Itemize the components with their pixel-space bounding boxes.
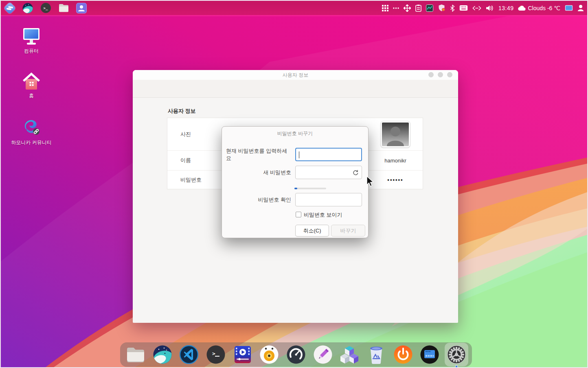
desktop-icon-label: 컴퓨터 [24, 48, 39, 54]
power-icon [394, 345, 412, 364]
minimize-button[interactable] [428, 72, 434, 77]
dock-item-power[interactable] [393, 344, 413, 365]
dialog-title: 비밀번호 바꾸기 [222, 130, 368, 137]
weather-applet[interactable]: Clouds -6 ℃ [518, 5, 560, 11]
display-settings-icon [420, 345, 439, 364]
desktop-icon-computer[interactable]: 컴퓨터 [9, 27, 54, 54]
current-password-input[interactable] [295, 148, 362, 161]
avatar-silhouette [382, 123, 409, 146]
display-icon[interactable] [565, 5, 573, 11]
weather-text: Clouds -6 ℃ [528, 5, 560, 11]
confirm-password-input[interactable] [295, 193, 362, 206]
dock-item-file-manager[interactable] [125, 344, 146, 365]
app-grid-icon[interactable] [382, 5, 388, 11]
overflow-icon[interactable] [393, 5, 399, 11]
whale-glyph [22, 3, 33, 13]
dock-item-package-manager[interactable] [339, 344, 360, 365]
password-strength-fill [294, 188, 297, 189]
packages-cubes-icon [340, 346, 359, 364]
desktop-icon-column: 컴퓨터 홈 [9, 27, 54, 163]
change-button[interactable]: 바꾸기 [331, 225, 365, 237]
password-strength-bar [294, 188, 326, 189]
new-password-label: 새 비밀번호 [226, 166, 291, 180]
terminal-icon: > [206, 345, 225, 364]
video-player-icon [234, 346, 251, 364]
whale-browser-icon [153, 345, 172, 364]
dock-item-system-monitor[interactable] [286, 344, 306, 365]
hamonikr-menu-icon[interactable] [4, 2, 15, 14]
system-tray: 13:49 Clouds -6 ℃ [382, 4, 584, 12]
dock-item-trash[interactable] [366, 344, 386, 365]
cloud-icon [518, 5, 526, 11]
dock-item-text-editor[interactable] [313, 344, 333, 365]
photo-row-value [359, 121, 432, 148]
bluetooth-icon[interactable] [450, 4, 455, 12]
clock[interactable]: 13:49 [498, 5, 514, 11]
panel-app-launchers: >_ [4, 1, 87, 15]
chart-applet-icon[interactable] [426, 4, 433, 12]
window-title: 사용자 정보 [283, 72, 308, 79]
shield-update-icon[interactable] [438, 4, 445, 12]
folder-icon [126, 347, 145, 362]
window-titlebar[interactable]: 사용자 정보 [133, 70, 458, 80]
show-password-checkbox[interactable] [296, 212, 301, 217]
settings-gear-icon [447, 345, 466, 364]
whale-browser-icon[interactable] [22, 2, 33, 14]
password-dots-value[interactable]: •••••• [387, 177, 403, 183]
text-editor-icon [314, 345, 332, 364]
text-caret [299, 151, 299, 158]
system-monitor-icon [287, 345, 305, 364]
file-manager-icon[interactable] [58, 2, 69, 14]
dock-item-video-player[interactable] [233, 344, 253, 365]
maximize-button[interactable] [438, 72, 443, 77]
audacious-icon [260, 345, 279, 364]
name-row-label: 이름 [167, 157, 191, 164]
dock-item-system-settings[interactable] [446, 344, 467, 365]
desktop-icon-label: 하모니카 커뮤니티 [11, 140, 51, 145]
new-password-input[interactable] [295, 166, 362, 179]
keyboard-icon[interactable] [459, 5, 468, 11]
generate-password-icon[interactable] [352, 169, 359, 177]
hamonikr-logo [3, 2, 16, 14]
top-panel: >_ [1, 1, 587, 15]
running-indicator [455, 365, 458, 368]
dock-item-whale-browser[interactable] [152, 344, 173, 365]
user-icon[interactable] [577, 4, 584, 11]
computer-icon [21, 27, 42, 46]
dock: > [120, 342, 472, 367]
photo-row-label: 사진 [167, 131, 191, 138]
password-row-label: 비밀번호 [167, 176, 202, 184]
home-icon [22, 72, 41, 90]
folder-glyph [59, 4, 69, 12]
move-window-icon[interactable] [404, 4, 411, 12]
desktop-icon-label: 홈 [29, 93, 34, 99]
hamonikr-community-icon [21, 117, 42, 137]
dock-item-vscode[interactable] [179, 344, 199, 365]
close-button[interactable] [447, 72, 452, 77]
volume-icon[interactable] [486, 5, 494, 11]
cancel-button[interactable]: 취소(C) [295, 225, 329, 237]
name-row-value-col: hamonikr [359, 158, 432, 164]
dock-item-terminal[interactable]: > [206, 344, 226, 365]
user-name-value[interactable]: hamonikr [384, 158, 406, 164]
dock-item-display-settings[interactable] [419, 344, 440, 365]
terminal-icon[interactable]: >_ [40, 2, 51, 14]
trash-icon [368, 345, 384, 364]
dock-item-audacious-player[interactable] [259, 344, 279, 365]
window-header-strip [133, 80, 458, 98]
user-accounts-glyph [76, 3, 87, 13]
avatar[interactable] [380, 121, 410, 148]
change-password-dialog: 비밀번호 바꾸기 현재 비밀번호를 입력하세요 새 비밀번호 비밀번호 확인 비… [222, 126, 369, 238]
network-icon[interactable] [472, 6, 481, 11]
user-accounts-icon[interactable] [76, 2, 87, 14]
terminal-glyph: >_ [41, 3, 51, 13]
desktop-icon-home[interactable]: 홈 [9, 72, 54, 99]
vscode-icon [180, 345, 198, 364]
show-password-label[interactable]: 비밀번호 보이기 [304, 211, 342, 219]
desktop-icon-community[interactable]: 하모니카 커뮤니티 [9, 117, 54, 145]
clipboard-icon[interactable] [415, 4, 421, 12]
confirm-password-label: 비밀번호 확인 [226, 193, 291, 207]
window-controls [428, 72, 452, 77]
section-heading: 사용자 정보 [168, 107, 196, 115]
svg-text:>: > [212, 350, 215, 357]
